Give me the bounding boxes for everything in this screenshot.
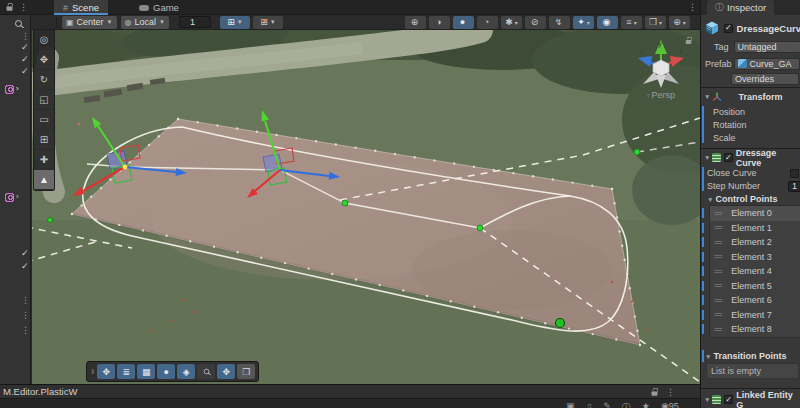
tab-game[interactable]: Game — [130, 0, 188, 15]
note-icon[interactable]: ♫ — [586, 401, 593, 408]
transform-row[interactable]: Rotation — [701, 118, 800, 131]
camera-preview-button[interactable]: ❐ — [237, 364, 255, 379]
view-orientation-gizmo[interactable]: y z x ‹Persp — [630, 34, 692, 100]
snap-value-field[interactable]: 1 — [179, 16, 211, 28]
panel-menu-icon[interactable]: ⋮ — [666, 388, 675, 397]
tab-inspector[interactable]: ⓘ Inspector — [707, 0, 774, 15]
search-overlay-button[interactable] — [197, 364, 215, 379]
strip-menu-icon[interactable]: ⋮ — [21, 311, 30, 326]
drag-handle-icon[interactable]: == — [714, 296, 721, 305]
active-checkbox[interactable]: ✓ — [724, 24, 733, 33]
foldout-icon[interactable]: ▼ — [705, 353, 711, 360]
gizmos-icon[interactable]: ⊕ ▾ — [669, 16, 690, 29]
status-bar[interactable]: M.Editor.PlasticW ⋮ — [0, 384, 700, 398]
component-tools-icon[interactable]: ≡ ▾ — [621, 16, 642, 29]
rotate-tool-button[interactable]: ↻ — [34, 70, 54, 90]
component-enabled-checkbox[interactable]: ✓ — [724, 395, 733, 404]
chevron-right-icon[interactable]: › — [16, 193, 19, 201]
drag-handle-icon[interactable]: == — [714, 325, 721, 334]
visibility-check-icon[interactable]: ✓ — [21, 262, 29, 275]
edit-icon[interactable]: ✎ — [603, 401, 611, 408]
control-point-dot[interactable] — [48, 218, 53, 223]
component-enabled-checkbox[interactable]: ✓ — [724, 153, 733, 162]
element-row[interactable]: == Element 3 — [710, 250, 800, 265]
foldout-icon[interactable]: ▼ — [704, 154, 710, 161]
shading-overlay-button[interactable]: ● — [157, 364, 175, 379]
editor-tool-button[interactable]: ▲ — [34, 170, 54, 190]
transform-tool-button[interactable]: ⊞ — [34, 130, 54, 150]
chevron-right-icon[interactable]: › — [16, 85, 19, 93]
transition-points-header[interactable]: ▼ Transition Points — [701, 350, 800, 362]
lock-icon[interactable] — [6, 2, 13, 11]
orientation-mode-button[interactable]: ◍ Local ▼ — [121, 16, 169, 29]
pivot-mode-button[interactable]: ▣ Center ▼ — [62, 16, 117, 29]
star-icon[interactable]: ★ — [642, 401, 650, 408]
axis-x-cone[interactable] — [670, 56, 684, 67]
wireframe-mode-icon[interactable]: ◑ — [429, 16, 450, 29]
element-row[interactable]: == Element 1 — [710, 221, 800, 236]
lighting-toggle-icon[interactable]: ◔ — [477, 16, 498, 29]
strip-menu-icon[interactable]: ⋮ — [21, 296, 30, 311]
element-row[interactable]: == Element 2 — [710, 235, 800, 250]
scene-lighting-icon[interactable]: ↯ — [549, 16, 570, 29]
transform-header[interactable]: ▼ Transform — [701, 90, 800, 103]
element-row[interactable]: == Element 0 — [710, 206, 800, 221]
control-point-dot[interactable] — [342, 200, 348, 206]
info-icon[interactable]: ⓘ — [622, 401, 631, 408]
panel-menu-icon[interactable]: ⋮ — [19, 3, 28, 12]
grid-snap-button[interactable]: ⊞▼ — [220, 16, 250, 29]
move-tool-button[interactable]: ✥ — [34, 50, 54, 70]
strip-menu-icon[interactable]: ⋮ — [21, 32, 30, 41]
step-number-field[interactable]: 1 — [788, 181, 800, 192]
axis-gray-cone[interactable] — [656, 75, 666, 88]
audio-mute-icon[interactable]: ⊘ — [525, 16, 546, 29]
control-point-dot[interactable] — [634, 149, 640, 155]
camera-settings-icon[interactable]: ❐ ▾ — [645, 16, 666, 29]
scene-view-menu-icon[interactable]: ⋮ — [688, 3, 697, 12]
lock-icon[interactable] — [651, 387, 658, 396]
prefab-field[interactable]: Curve_GA — [734, 58, 800, 70]
shaded-toggle-icon[interactable]: ● — [453, 16, 474, 29]
scene-effects-icon[interactable]: ✦ ▾ — [573, 16, 594, 29]
gizmo-overlay-button[interactable]: ✥ — [217, 364, 235, 379]
increment-snap-button[interactable]: ⊞▼ — [253, 16, 283, 29]
drag-handle-icon[interactable]: == — [714, 252, 721, 261]
rect-tool-button[interactable]: ▭ — [34, 110, 54, 130]
gizmo-center-handle[interactable] — [123, 165, 128, 170]
overrides-button[interactable]: Overrides — [731, 73, 799, 85]
visibility-check-icon[interactable]: ✓ — [21, 67, 29, 79]
drag-handle-icon[interactable]: == — [714, 281, 721, 290]
hierarchy-item[interactable]: › — [5, 83, 19, 95]
tab-scene[interactable]: # Scene — [54, 0, 108, 15]
scale-tool-button[interactable]: ◱ — [34, 90, 54, 110]
strip-menu-icon[interactable]: ⋮ — [21, 326, 30, 341]
foldout-icon[interactable]: ▼ — [704, 396, 710, 403]
debug-draw-icon[interactable]: ✱ ▾ — [501, 16, 522, 29]
drag-handle-icon[interactable]: == — [714, 310, 721, 319]
element-row[interactable]: == Element 5 — [710, 279, 800, 294]
gameobject-name[interactable]: DressageCurv — [737, 23, 800, 34]
transform-row[interactable]: Scale — [701, 131, 800, 144]
shading-mode-icon[interactable]: ⊕ — [405, 16, 426, 29]
orientation-overlay-button[interactable]: ≣ — [117, 364, 135, 379]
element-row[interactable]: == Element 8 — [710, 322, 800, 337]
scene-visibility-eye-icon[interactable]: ◉ — [597, 16, 618, 29]
element-row[interactable]: == Element 7 — [710, 308, 800, 323]
drag-handle-icon[interactable]: == — [714, 267, 721, 276]
tag-dropdown[interactable]: Untagged — [734, 41, 800, 53]
drag-handle-icon[interactable]: == — [714, 209, 721, 218]
element-row[interactable]: == Element 4 — [710, 264, 800, 279]
dressage-curve-header[interactable]: ▼ ✓ Dressage Curve — [701, 151, 800, 164]
overlay-drag-handle[interactable]: ‖ — [91, 367, 94, 376]
transform-row[interactable]: Position — [701, 105, 800, 118]
axis-cube[interactable] — [653, 60, 669, 76]
axis-z-cone[interactable] — [638, 56, 652, 67]
control-points-header[interactable]: ▼ Control Points — [701, 193, 800, 205]
move-overlay-button[interactable]: ✥ — [97, 364, 115, 379]
drag-handle-icon[interactable]: == — [714, 238, 721, 247]
element-row[interactable]: == Element 6 — [710, 293, 800, 308]
axis-gizmo[interactable]: y z x — [630, 34, 692, 92]
close-curve-checkbox[interactable] — [790, 169, 799, 178]
linked-entity-header[interactable]: ▼ ✓ Linked Entity G — [701, 393, 800, 406]
grid-overlay-button[interactable]: ▦ — [137, 364, 155, 379]
